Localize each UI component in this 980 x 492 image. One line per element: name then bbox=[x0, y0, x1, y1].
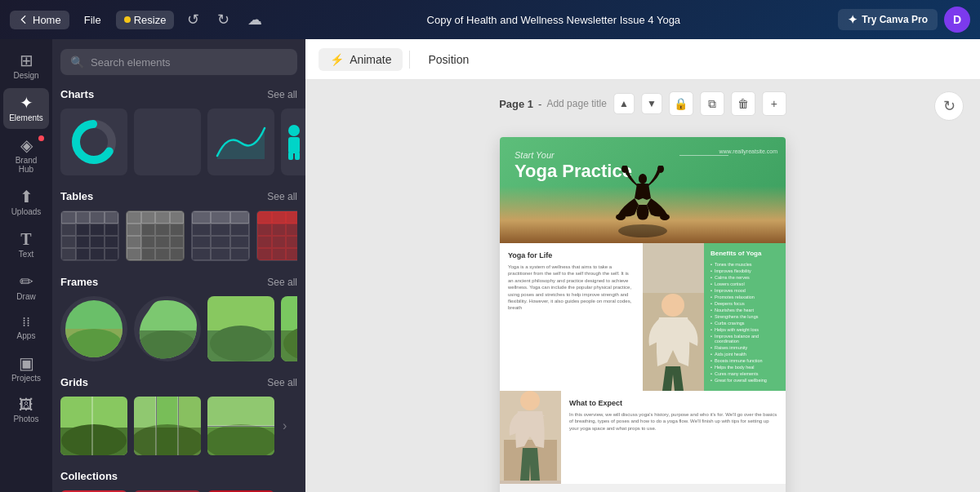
page-lock-btn[interactable]: 🔒 bbox=[669, 91, 693, 116]
dash-chart bbox=[161, 120, 174, 165]
yoga-expect-svg bbox=[500, 391, 561, 481]
person-icons-group bbox=[285, 124, 305, 160]
frames-title: Frames bbox=[60, 276, 98, 288]
table-thumb-1[interactable] bbox=[60, 211, 119, 261]
sidebar-item-brand-hub[interactable]: ◈ Brand Hub bbox=[3, 131, 49, 180]
collections-section-header: Collections bbox=[60, 470, 297, 482]
tables-see-all[interactable]: See all bbox=[267, 191, 297, 202]
chart-donut[interactable] bbox=[60, 109, 127, 175]
sidebar-item-projects[interactable]: ▣ Projects bbox=[3, 348, 49, 389]
resize-button[interactable]: Resize bbox=[116, 11, 175, 29]
chart-people[interactable] bbox=[281, 109, 305, 175]
frame-circle[interactable] bbox=[60, 296, 127, 361]
svg-rect-4 bbox=[288, 152, 293, 160]
page-nav-up[interactable]: ▲ bbox=[613, 93, 635, 114]
benefit-8: Nourishes the heart bbox=[710, 308, 779, 312]
charts-see-all[interactable]: See all bbox=[267, 89, 297, 100]
sidebar-item-elements[interactable]: ✦ Elements bbox=[3, 88, 49, 129]
grid-1-svg bbox=[60, 397, 127, 455]
frame-partial[interactable] bbox=[281, 296, 297, 361]
svg-rect-5 bbox=[295, 152, 300, 160]
benefit-18: Great for overall wellbeing bbox=[710, 378, 779, 383]
svg-rect-40 bbox=[207, 397, 274, 426]
svg-point-21 bbox=[139, 330, 196, 360]
table-thumb-3[interactable] bbox=[191, 211, 250, 261]
yoga-row2: What to Expect In this overview, we will… bbox=[500, 391, 786, 484]
yoga-benefits-col: Benefits of Yoga Tones the muscles Impro… bbox=[704, 243, 786, 391]
canvas-document: Start Your Yoga Practice www.reallyreats… bbox=[500, 137, 786, 492]
search-input[interactable] bbox=[91, 56, 287, 69]
yoga-person-img-svg bbox=[643, 293, 704, 391]
resize-label: Resize bbox=[134, 14, 167, 26]
tables-title: Tables bbox=[60, 190, 93, 202]
sidebar-item-draw[interactable]: ✏ Draw bbox=[3, 267, 49, 308]
animate-button[interactable]: ⚡ Animate bbox=[318, 48, 403, 71]
grids-see-all[interactable]: See all bbox=[267, 377, 297, 388]
svg-rect-32 bbox=[91, 397, 93, 455]
draw-icon: ✏ bbox=[20, 273, 33, 290]
sidebar-item-photos[interactable]: 🖼 Photos bbox=[3, 391, 49, 430]
grids-arrow-right[interactable]: › bbox=[281, 419, 288, 433]
redo-button[interactable]: ↻ bbox=[211, 9, 236, 30]
sidebar-item-design[interactable]: ⊞ Design bbox=[3, 46, 49, 86]
sidebar-item-label: Draw bbox=[16, 292, 35, 301]
search-icon: 🔍 bbox=[70, 55, 84, 69]
animate-icon: ⚡ bbox=[330, 53, 344, 66]
sidebar-item-uploads[interactable]: ⬆ Uploads bbox=[3, 182, 49, 223]
frame-blob[interactable] bbox=[134, 296, 201, 361]
sidebar-icons: ⊞ Design ✦ Elements ◈ Brand Hub ⬆ Upload… bbox=[0, 39, 52, 492]
text-icon: T bbox=[20, 231, 31, 247]
yoga-website: www.reallyreatsite.com bbox=[719, 148, 777, 154]
top-toolbar: ⚡ Animate Position bbox=[305, 39, 980, 80]
svg-point-60 bbox=[616, 214, 626, 220]
brand-hub-icon: ◈ bbox=[20, 137, 33, 153]
uploads-icon: ⬆ bbox=[20, 188, 33, 205]
sidebar-item-label: Uploads bbox=[11, 207, 42, 216]
table-thumb-red[interactable] bbox=[256, 211, 297, 261]
position-button[interactable]: Position bbox=[416, 48, 480, 71]
grid-thumb-3[interactable] bbox=[207, 397, 274, 455]
page-add-btn[interactable]: + bbox=[762, 91, 786, 116]
search-bar[interactable]: 🔍 bbox=[60, 49, 297, 75]
try-canva-button[interactable]: ✦ Try Canva Pro bbox=[838, 9, 938, 30]
chart-bars[interactable] bbox=[134, 109, 201, 175]
home-button[interactable]: Home bbox=[10, 11, 69, 29]
refresh-button[interactable]: ↻ bbox=[934, 91, 964, 121]
page-duplicate-btn[interactable]: ⧉ bbox=[700, 91, 724, 116]
chart-curve[interactable] bbox=[207, 109, 274, 175]
try-canva-label: Try Canva Pro bbox=[862, 14, 928, 25]
grid-thumb-1[interactable] bbox=[60, 397, 127, 455]
yoga-footer: Vol. 04 Newsletter bbox=[500, 484, 786, 492]
benefit-3: Calms the nerves bbox=[710, 275, 779, 280]
table-thumb-2[interactable] bbox=[126, 211, 185, 261]
frames-see-all[interactable]: See all bbox=[267, 277, 297, 288]
page-nav-down[interactable]: ▼ bbox=[641, 93, 662, 114]
svg-point-61 bbox=[660, 214, 670, 220]
benefit-13: Raises immunity bbox=[710, 345, 779, 350]
svg-point-57 bbox=[618, 224, 667, 237]
charts-section-header: Charts See all bbox=[60, 88, 297, 100]
benefit-12: Improves balance and coordination bbox=[710, 334, 779, 344]
benefit-4: Lowers cortisol bbox=[710, 281, 779, 286]
grid-thumb-2[interactable] bbox=[134, 397, 201, 455]
yoga-benefits-title: Benefits of Yoga bbox=[710, 250, 779, 257]
user-avatar[interactable]: D bbox=[944, 7, 970, 33]
yoga-expect-img2 bbox=[500, 391, 561, 484]
svg-point-2 bbox=[288, 125, 300, 136]
undo-button[interactable]: ↺ bbox=[180, 9, 206, 30]
frame-rect[interactable] bbox=[207, 296, 274, 361]
sidebar-item-apps[interactable]: ⁞⁞ Apps bbox=[3, 309, 49, 347]
file-button[interactable]: File bbox=[76, 11, 109, 29]
page-number: Page 1 bbox=[499, 98, 533, 110]
page-delete-btn[interactable]: 🗑 bbox=[731, 91, 755, 116]
sidebar-item-label: Elements bbox=[9, 113, 43, 122]
benefit-9: Strengthens the lungs bbox=[710, 314, 779, 319]
yoga-divider bbox=[679, 155, 728, 156]
benefit-7: Deepens focus bbox=[710, 301, 779, 306]
sidebar-item-label: Photos bbox=[13, 414, 38, 423]
curve-chart-svg bbox=[216, 125, 266, 159]
add-page-title[interactable]: Add page title bbox=[546, 98, 606, 109]
sidebar-item-text[interactable]: T Text bbox=[3, 224, 49, 265]
cloud-save-button[interactable]: ☁ bbox=[241, 9, 269, 30]
grids-section-header: Grids See all bbox=[60, 376, 297, 388]
